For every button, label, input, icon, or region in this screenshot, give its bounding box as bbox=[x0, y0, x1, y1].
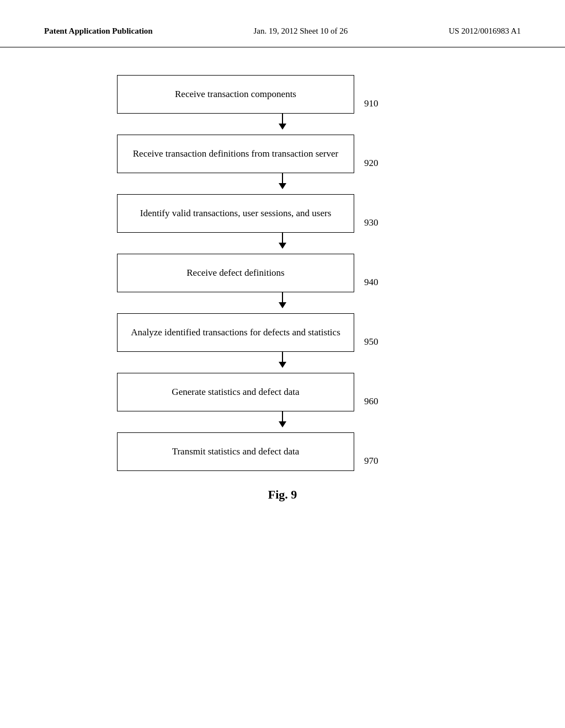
arrow-3 bbox=[164, 292, 401, 313]
flow-step-910: Receive transaction components910 bbox=[117, 75, 448, 114]
step-number-920: 920 bbox=[364, 158, 379, 173]
step-number-970: 970 bbox=[364, 456, 379, 471]
flow-step-960: Generate statistics and defect data960 bbox=[117, 373, 448, 411]
flow-box-920: Receive transaction definitions from tra… bbox=[117, 135, 354, 173]
arrow-4 bbox=[164, 352, 401, 373]
arrow-0 bbox=[164, 114, 401, 135]
patent-number-label: US 2012/0016983 A1 bbox=[449, 26, 521, 36]
flow-step-970: Transmit statistics and defect data970 bbox=[117, 432, 448, 471]
arrow-head bbox=[279, 183, 286, 189]
arrow-1 bbox=[164, 173, 401, 194]
flow-box-930: Identify valid transactions, user sessio… bbox=[117, 194, 354, 233]
main-content: Receive transaction components910Receive… bbox=[0, 47, 565, 502]
flow-step-930: Identify valid transactions, user sessio… bbox=[117, 194, 448, 233]
arrow-head bbox=[279, 302, 286, 308]
flow-box-940: Receive defect definitions bbox=[117, 254, 354, 292]
arrow-2 bbox=[164, 233, 401, 254]
step-number-960: 960 bbox=[364, 396, 379, 411]
flow-box-960: Generate statistics and defect data bbox=[117, 373, 354, 411]
step-number-930: 930 bbox=[364, 217, 379, 233]
arrow-head bbox=[279, 421, 286, 427]
arrow-head bbox=[279, 124, 286, 130]
flow-box-910: Receive transaction components bbox=[117, 75, 354, 114]
flow-box-950: Analyze identified transactions for defe… bbox=[117, 313, 354, 352]
flow-step-950: Analyze identified transactions for defe… bbox=[117, 313, 448, 352]
step-number-940: 940 bbox=[364, 277, 379, 292]
step-number-910: 910 bbox=[364, 98, 379, 114]
arrow-5 bbox=[164, 411, 401, 432]
flowchart: Receive transaction components910Receive… bbox=[117, 75, 448, 471]
figure-caption: Fig. 9 bbox=[268, 488, 297, 502]
page-header: Patent Application Publication Jan. 19, … bbox=[0, 0, 565, 47]
arrow-head bbox=[279, 362, 286, 368]
flow-box-970: Transmit statistics and defect data bbox=[117, 432, 354, 471]
arrow-head bbox=[279, 243, 286, 249]
flow-step-940: Receive defect definitions940 bbox=[117, 254, 448, 292]
date-sheet-label: Jan. 19, 2012 Sheet 10 of 26 bbox=[254, 26, 348, 36]
publication-label: Patent Application Publication bbox=[44, 26, 153, 36]
flow-step-920: Receive transaction definitions from tra… bbox=[117, 135, 448, 173]
step-number-950: 950 bbox=[364, 336, 379, 352]
